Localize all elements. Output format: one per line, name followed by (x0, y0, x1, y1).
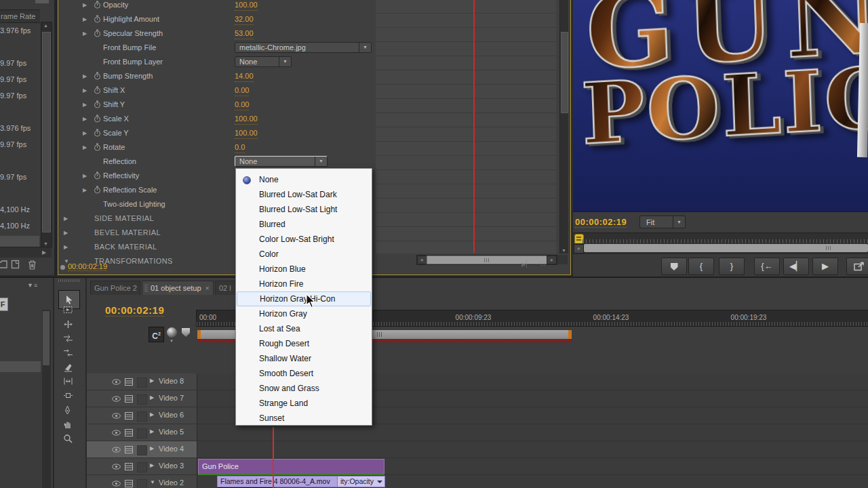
slide-tool[interactable] (63, 391, 75, 402)
frame-rate-column-header[interactable]: rame Rate (0, 9, 40, 23)
menu-item[interactable]: Blurred (237, 217, 371, 232)
mini-panel-selected-row[interactable] (0, 361, 41, 372)
project-horizontal-scrollbar[interactable]: ▶ (0, 247, 52, 258)
twirl-icon[interactable]: ▶ (83, 140, 87, 155)
work-area-grip[interactable] (377, 332, 383, 337)
scroll-grip[interactable] (484, 258, 490, 262)
scroll-up-icon[interactable]: ▲ (41, 23, 50, 28)
panel-menu-icon[interactable]: ▼≡ (27, 282, 38, 289)
expand-icon[interactable]: ▶ (150, 462, 154, 468)
effect-vertical-scrollbar[interactable]: ▼ (559, 0, 568, 253)
clipboard-icon[interactable]: F (0, 298, 8, 311)
menu-item[interactable]: Sunset (237, 411, 371, 426)
bin-icon[interactable] (0, 260, 7, 268)
effect-keyframe-lane[interactable] (376, 0, 556, 253)
scroll-grip-box[interactable]: ∗ (574, 244, 584, 253)
effect-controls-timecode[interactable]: 00:00:02:19 (68, 262, 107, 271)
twirl-icon[interactable]: ▶ (83, 98, 87, 112)
render-quality-icon[interactable] (167, 327, 177, 338)
track-header[interactable]: ▶Video 8 (87, 373, 197, 390)
menu-item[interactable]: Horizon Blue (237, 262, 371, 277)
menu-item[interactable]: Blurred Low-Sat Dark (237, 187, 371, 202)
lock-toggle[interactable] (137, 411, 147, 422)
transform-toggle-icon[interactable]: ▢ (540, 260, 546, 266)
panel-grip[interactable] (35, 0, 49, 3)
play-button[interactable]: ▶ (812, 258, 838, 275)
chevron-down-icon[interactable]: ▼ (359, 43, 371, 52)
stopwatch-icon[interactable] (94, 115, 101, 123)
menu-item[interactable]: None (237, 172, 371, 187)
panel-grip[interactable] (58, 279, 80, 282)
twirl-icon[interactable]: ▶ (83, 69, 87, 83)
property-value[interactable]: 0.00 (235, 85, 249, 96)
project-row[interactable] (0, 104, 39, 120)
lock-toggle[interactable] (137, 428, 147, 439)
slip-tool[interactable] (63, 377, 75, 388)
export-frame-button[interactable] (846, 258, 868, 275)
snap-toggle-icon[interactable]: C2 (149, 327, 164, 342)
mini-panel-scrollbar[interactable] (42, 310, 51, 488)
lock-toggle[interactable] (137, 394, 147, 405)
twirl-icon[interactable]: ▶ (83, 26, 87, 41)
track-header[interactable]: ▼Video 2 (87, 475, 197, 488)
stopwatch-icon[interactable] (94, 100, 101, 108)
pin-toggle-icon[interactable]: ▶▏ (521, 261, 531, 268)
pen-tool[interactable] (63, 405, 75, 416)
project-row[interactable] (0, 39, 39, 55)
scroll-right-icon[interactable]: ▶ (42, 249, 46, 256)
stopwatch-icon[interactable] (94, 86, 101, 94)
rate-stretch-tool[interactable] (63, 348, 75, 359)
menu-item[interactable]: Blurred Low-Sat Light (237, 202, 371, 217)
scroll-thumb[interactable] (43, 311, 50, 365)
zoom-level-select[interactable]: Fit ▼ (639, 216, 686, 228)
eye-icon[interactable] (112, 379, 121, 385)
property-value[interactable]: 100.00 (235, 114, 258, 125)
stopwatch-icon[interactable] (94, 171, 101, 180)
preview-frame[interactable]: GUN POLICE (573, 0, 868, 211)
stopwatch-icon[interactable] (94, 72, 101, 80)
clip-gun-police[interactable]: Gun Police (198, 459, 384, 474)
twirl-icon[interactable]: ▶ (83, 0, 87, 12)
set-out-point-button[interactable]: } (719, 258, 745, 275)
expand-icon[interactable]: ▶ (150, 445, 154, 451)
twirl-icon[interactable]: ▶ (83, 169, 87, 183)
step-back-button[interactable]: ◀▏ (783, 258, 809, 275)
twirl-icon[interactable]: ▶ (64, 240, 68, 254)
menu-item[interactable]: Lost at Sea (237, 321, 371, 336)
tab-gun-police-2[interactable]: Gun Police 2 (90, 281, 140, 295)
tab-01-object-setup[interactable]: 01 object setup× (142, 281, 214, 295)
twirl-icon[interactable]: ▶ (64, 211, 68, 226)
twirl-icon[interactable]: ▶ (83, 112, 87, 126)
hand-tool[interactable] (63, 420, 75, 430)
set-in-point-button[interactable]: { (688, 258, 714, 275)
eye-icon[interactable] (112, 464, 121, 470)
chevron-down-icon[interactable]: ▼ (673, 216, 685, 228)
project-row[interactable]: 3.976 fps (0, 120, 39, 136)
twirl-icon[interactable]: ▶ (64, 226, 68, 240)
eye-icon[interactable] (112, 447, 121, 453)
add-marker-button[interactable] (661, 258, 687, 275)
property-dropdown[interactable]: None▼ (235, 156, 328, 167)
chevron-down-icon[interactable]: ▼ (315, 157, 327, 166)
project-row[interactable]: 4,100 Hz (0, 218, 39, 234)
work-area-end-handle[interactable] (568, 330, 572, 339)
stopwatch-icon[interactable] (94, 29, 101, 37)
scroll-thumb[interactable] (584, 244, 868, 252)
razor-tool[interactable] (63, 363, 75, 373)
expand-icon[interactable]: ▶ (150, 378, 154, 384)
ripple-edit-tool[interactable] (63, 320, 75, 331)
menu-item[interactable]: Horizon Gray Hi-Con (237, 291, 371, 306)
property-value[interactable]: 0.00 (235, 100, 249, 110)
eye-icon[interactable] (112, 481, 121, 487)
project-row[interactable]: 9.97 fps (0, 136, 39, 152)
stopwatch-icon[interactable] (94, 15, 101, 23)
trash-icon[interactable] (27, 260, 37, 270)
timeline-playhead[interactable] (273, 427, 274, 488)
project-row[interactable]: 9.97 fps (0, 169, 39, 185)
project-row[interactable]: 4,100 Hz (0, 201, 39, 218)
menu-item[interactable]: Strange Land (237, 396, 371, 411)
stopwatch-icon[interactable] (94, 1, 101, 9)
property-dropdown[interactable]: metallic-Chrome.jpg▼ (235, 42, 372, 53)
lock-toggle[interactable] (137, 378, 147, 388)
track-select-tool[interactable] (63, 306, 75, 317)
